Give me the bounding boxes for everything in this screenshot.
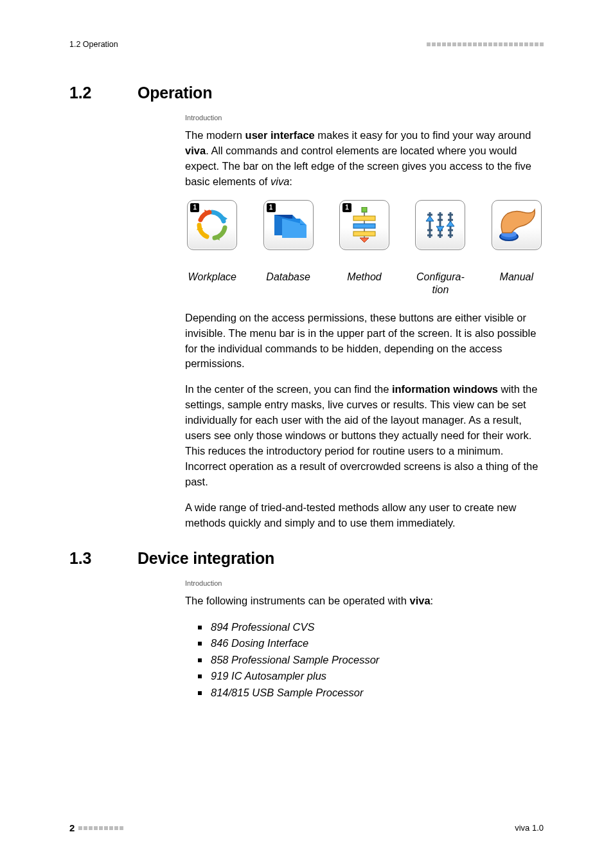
paragraph-1-3-intro: The following instruments can be operate… bbox=[185, 593, 544, 609]
icon-grid: 1 Workplace 1 bbox=[185, 200, 544, 296]
footer-left: 2 bbox=[69, 822, 123, 833]
icon-cell-workplace: 1 Workplace bbox=[185, 200, 239, 296]
list-item: 894 Professional CVS bbox=[198, 619, 544, 636]
paragraph-1-2-infowindows: In the center of the screen, you can fin… bbox=[185, 382, 544, 489]
page-number: 2 bbox=[69, 822, 75, 833]
icon-cell-configuration: Configura- tion bbox=[413, 200, 467, 296]
badge-1-icon: 1 bbox=[342, 203, 351, 212]
svg-rect-12 bbox=[353, 224, 375, 228]
svg-rect-14 bbox=[353, 231, 375, 236]
section-number: 1.2 bbox=[69, 84, 138, 102]
bullet-icon bbox=[198, 626, 202, 629]
list-item: 814/815 USB Sample Processor bbox=[198, 685, 544, 701]
section-heading-1-2: 1.2 Operation bbox=[69, 84, 544, 102]
instrument-list: 894 Professional CVS 846 Dosing Interfac… bbox=[198, 619, 544, 701]
header-left-text: 1.2 Operation bbox=[69, 40, 118, 49]
page-root: 1.2 Operation 1.2 Operation Introduction… bbox=[0, 0, 613, 868]
bullet-icon bbox=[198, 674, 202, 678]
list-item: 919 IC Autosampler plus bbox=[198, 668, 544, 685]
icon-label-configuration: Configura- tion bbox=[416, 271, 465, 296]
svg-marker-16 bbox=[360, 238, 369, 242]
section-title: Operation bbox=[138, 84, 212, 102]
workplace-icon: 1 bbox=[187, 200, 237, 250]
section-number: 1.3 bbox=[69, 549, 138, 568]
running-header: 1.2 Operation bbox=[69, 40, 544, 49]
badge-1-icon: 1 bbox=[267, 203, 276, 212]
bullet-icon bbox=[198, 658, 202, 662]
svg-marker-33 bbox=[436, 226, 444, 231]
svg-marker-34 bbox=[447, 221, 454, 226]
method-icon: 1 bbox=[339, 200, 389, 250]
badge-1-icon: 1 bbox=[190, 203, 199, 212]
icon-cell-method: 1 Method bbox=[337, 200, 391, 296]
svg-rect-10 bbox=[353, 216, 375, 221]
intro-label: Introduction bbox=[185, 114, 544, 122]
intro-label: Introduction bbox=[185, 579, 544, 587]
bullet-icon bbox=[198, 691, 202, 695]
running-footer: 2 viva 1.0 bbox=[69, 822, 544, 833]
list-item: 846 Dosing Interface bbox=[198, 635, 544, 652]
configuration-icon bbox=[415, 200, 465, 250]
footer-right: viva 1.0 bbox=[515, 823, 544, 833]
svg-marker-32 bbox=[426, 216, 434, 221]
footer-decoration bbox=[78, 826, 123, 830]
section-heading-1-3: 1.3 Device integration bbox=[69, 549, 544, 568]
icon-label-database: Database bbox=[266, 271, 310, 284]
database-icon: 1 bbox=[263, 200, 314, 250]
list-item: 858 Professional Sample Processor bbox=[198, 652, 544, 669]
bullet-icon bbox=[198, 642, 202, 646]
header-decoration bbox=[427, 42, 544, 46]
icon-cell-database: 1 Database bbox=[261, 200, 315, 296]
icon-label-workplace: Workplace bbox=[188, 271, 236, 284]
paragraph-1-2-permissions: Depending on the access permissions, the… bbox=[185, 311, 544, 372]
paragraph-1-2-methods: A wide range of tried-and-tested methods… bbox=[185, 500, 544, 531]
icon-cell-manual: Manual bbox=[490, 200, 544, 296]
manual-icon bbox=[492, 200, 542, 250]
svg-rect-8 bbox=[362, 207, 367, 212]
icon-label-method: Method bbox=[347, 271, 381, 284]
paragraph-1-2-intro: The modern user interface makes it easy … bbox=[185, 128, 544, 190]
icon-label-manual: Manual bbox=[500, 271, 533, 284]
section-title: Device integration bbox=[138, 549, 274, 568]
